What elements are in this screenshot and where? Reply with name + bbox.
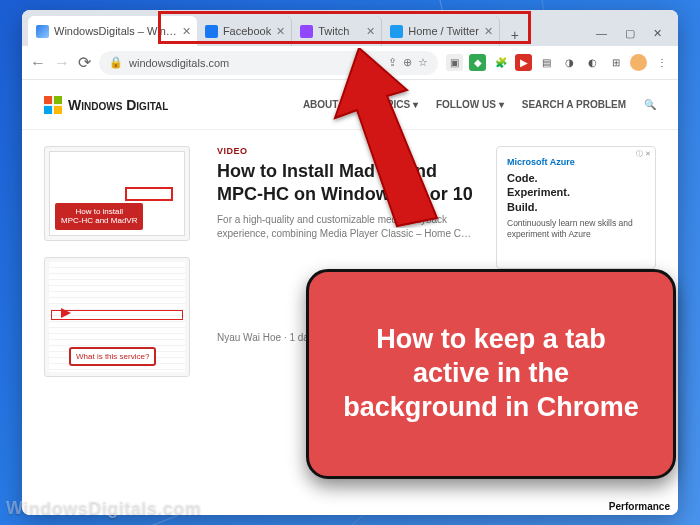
article-thumb-2[interactable]: What is this service? — [44, 257, 190, 377]
window-controls: — ▢ ✕ — [596, 27, 672, 46]
extension-icon[interactable]: 🧩 — [492, 54, 509, 71]
arrow-icon — [61, 308, 71, 318]
favicon-twitter — [390, 25, 403, 38]
new-tab-button[interactable]: + — [504, 24, 526, 46]
tab-label: Twitch — [318, 25, 361, 37]
svg-rect-0 — [44, 96, 52, 104]
site-header: Windows Digital ABOUT US TOPICS ▾ FOLLOW… — [22, 80, 678, 130]
close-tab-icon[interactable]: ✕ — [484, 25, 493, 38]
minimize-button[interactable]: — — [596, 27, 607, 40]
url-text: windowsdigitals.com — [129, 57, 229, 69]
search-icon[interactable]: 🔍 — [644, 99, 656, 110]
close-window-button[interactable]: ✕ — [653, 27, 662, 40]
star-icon[interactable]: ☆ — [418, 56, 428, 69]
extension-icon[interactable]: ▤ — [538, 54, 555, 71]
svg-rect-2 — [44, 105, 52, 113]
maximize-button[interactable]: ▢ — [625, 27, 635, 40]
favicon-twitch — [300, 25, 313, 38]
callout-text: How to keep a tab active in the backgrou… — [335, 323, 647, 424]
tab-label: Facebook — [223, 25, 271, 37]
extension-icon[interactable]: ▶ — [515, 54, 532, 71]
close-tab-icon[interactable]: ✕ — [366, 25, 375, 38]
article-thumbs: How to install MPC-HC and MadVR What is … — [44, 146, 199, 393]
ad-controls[interactable]: ⓘ ✕ — [636, 149, 651, 159]
nav-about[interactable]: ABOUT US — [303, 99, 355, 110]
thumb-badge: What is this service? — [69, 347, 156, 366]
tab-label: WindowsDigitals – Win… — [54, 25, 177, 37]
share-icon[interactable]: ⇪ — [388, 56, 397, 69]
close-tab-icon[interactable]: ✕ — [276, 25, 285, 38]
performance-heading: Performance — [609, 501, 670, 512]
translate-icon[interactable]: ⊕ — [403, 56, 412, 69]
article-category[interactable]: VIDEO — [217, 146, 478, 156]
nav-topics[interactable]: TOPICS ▾ — [373, 99, 418, 110]
favicon-facebook — [205, 25, 218, 38]
article-thumb-1[interactable]: How to install MPC-HC and MadVR — [44, 146, 190, 241]
tab-twitter[interactable]: Home / Twitter ✕ — [382, 16, 500, 46]
tab-twitch[interactable]: Twitch ✕ — [292, 16, 382, 46]
thumb-badge: How to install MPC-HC and MadVR — [53, 201, 145, 232]
ad-box[interactable]: ⓘ ✕ Microsoft Azure Code. Experiment. Bu… — [496, 146, 656, 269]
watermark: WindowsDigitals.com — [6, 498, 201, 519]
extension-row: ▣ ◆ 🧩 ▶ ▤ ◑ ◐ ⊞ ⋮ — [446, 54, 670, 71]
annotation-callout: How to keep a tab active in the backgrou… — [306, 269, 676, 479]
address-bar: ← → ⟳ 🔒 windowsdigitals.com ⇪ ⊕ ☆ ▣ ◆ 🧩 … — [22, 46, 678, 80]
extension-icon[interactable]: ◐ — [584, 54, 601, 71]
ad-brand: Microsoft Azure — [507, 157, 645, 167]
ad-headline: Code. Experiment. Build. — [507, 171, 645, 214]
url-field[interactable]: 🔒 windowsdigitals.com ⇪ ⊕ ☆ — [99, 51, 438, 75]
extension-icon[interactable]: ⊞ — [607, 54, 624, 71]
site-nav: ABOUT US TOPICS ▾ FOLLOW US ▾ SEARCH A P… — [303, 99, 656, 110]
nav-search-link[interactable]: SEARCH A PROBLEM — [522, 99, 626, 110]
article-excerpt: For a high-quality and customizable medi… — [217, 213, 478, 241]
site-logo[interactable]: Windows Digital — [44, 96, 168, 114]
lock-icon: 🔒 — [109, 56, 123, 69]
tab-facebook[interactable]: Facebook ✕ — [197, 16, 292, 46]
menu-button[interactable]: ⋮ — [653, 54, 670, 71]
favicon-windowsdigitals — [36, 25, 49, 38]
site-logo-text: Windows Digital — [68, 97, 168, 113]
article-title[interactable]: How to Install MadVR and MPC-HC on Windo… — [217, 160, 478, 205]
forward-button[interactable]: → — [54, 54, 70, 72]
reload-button[interactable]: ⟳ — [78, 53, 91, 72]
highlight-rect — [125, 187, 173, 201]
extension-icon[interactable]: ◆ — [469, 54, 486, 71]
tab-active[interactable]: WindowsDigitals – Win… ✕ — [28, 16, 197, 46]
tab-strip: WindowsDigitals – Win… ✕ Facebook ✕ Twit… — [22, 10, 678, 46]
svg-rect-1 — [54, 96, 62, 104]
extension-icon[interactable]: ◑ — [561, 54, 578, 71]
svg-rect-3 — [54, 105, 62, 113]
nav-follow[interactable]: FOLLOW US ▾ — [436, 99, 504, 110]
extension-icon[interactable]: ▣ — [446, 54, 463, 71]
windows-logo-icon — [44, 96, 62, 114]
close-tab-icon[interactable]: ✕ — [182, 25, 191, 38]
profile-avatar[interactable] — [630, 54, 647, 71]
back-button[interactable]: ← — [30, 54, 46, 72]
tab-label: Home / Twitter — [408, 25, 479, 37]
ad-text: Continuously learn new skills and experi… — [507, 218, 645, 240]
